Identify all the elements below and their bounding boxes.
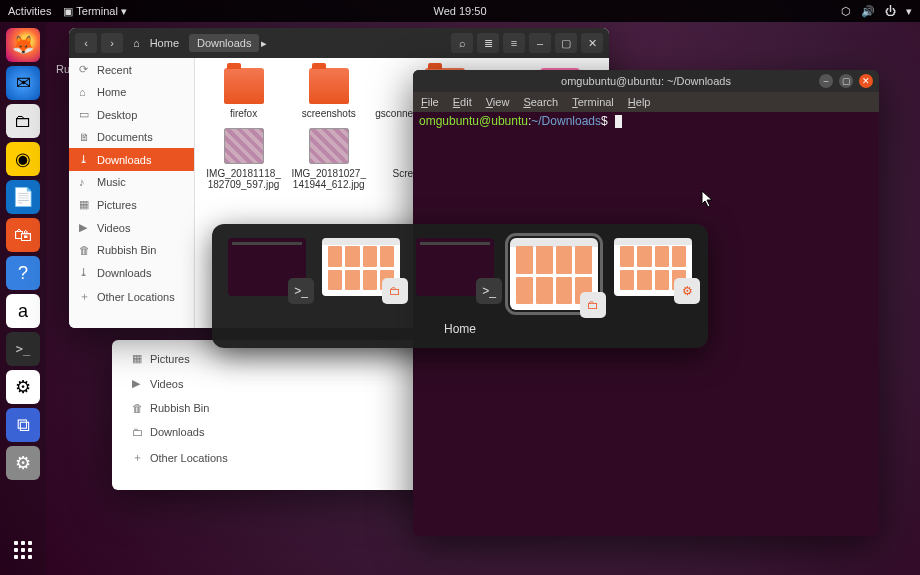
sidebar-item-recent[interactable]: ⟳Recent bbox=[69, 58, 194, 81]
sidebar-item-icon: ⟳ bbox=[79, 63, 91, 76]
sidebar-item-other-locations[interactable]: ＋Other Locations bbox=[69, 284, 194, 309]
sidebar-item-label: Other Locations bbox=[97, 291, 175, 303]
chevron-right-icon: › bbox=[110, 37, 114, 49]
terminal-minimize-button[interactable]: – bbox=[819, 74, 833, 88]
sidebar-item-desktop[interactable]: ▭Desktop bbox=[69, 103, 194, 126]
terminal-menu-file[interactable]: File bbox=[421, 96, 439, 108]
sidebar-item-home[interactable]: ⌂Home bbox=[69, 81, 194, 103]
sidebar-item-pictures[interactable]: ▦Pictures bbox=[69, 193, 194, 216]
dock-item-settings[interactable]: ⚙ bbox=[6, 446, 40, 480]
sidebar-item-icon: ⤓ bbox=[79, 153, 91, 166]
search-button[interactable]: ⌕ bbox=[451, 33, 473, 53]
terminal-icon: ▣ bbox=[63, 5, 73, 17]
hamburger-button[interactable]: ≡ bbox=[503, 33, 525, 53]
dock-item-amazon[interactable]: a bbox=[6, 294, 40, 328]
sidebar-item-label: Music bbox=[97, 176, 126, 188]
settings-icon: ⚙ bbox=[674, 278, 700, 304]
sidebar-item-music[interactable]: ♪Music bbox=[69, 171, 194, 193]
list-view-button[interactable]: ≣ bbox=[477, 33, 499, 53]
folder-icon: 🗀 bbox=[382, 278, 408, 304]
dock-item-software[interactable]: 🛍 bbox=[6, 218, 40, 252]
file-item[interactable]: screenshots bbox=[290, 68, 367, 120]
sidebar-item-icon: ＋ bbox=[79, 289, 91, 304]
switcher-item[interactable]: ⚙ bbox=[614, 238, 692, 296]
sidebar-item-icon: ♪ bbox=[79, 176, 91, 188]
file-thumbnail-icon bbox=[309, 128, 349, 164]
path-segment-current[interactable]: Downloads bbox=[189, 34, 259, 52]
prompt-path: ~/Downloads bbox=[531, 114, 601, 128]
dock-item-files[interactable]: 🗀 bbox=[6, 104, 40, 138]
terminal-menu-terminal[interactable]: Terminal bbox=[572, 96, 614, 108]
close-icon: ✕ bbox=[588, 37, 597, 50]
nav-forward-button[interactable]: › bbox=[101, 33, 123, 53]
menu-icon: ≡ bbox=[511, 37, 517, 49]
sidebar-item-label: Desktop bbox=[97, 109, 137, 121]
volume-icon[interactable]: 🔊 bbox=[861, 5, 875, 18]
chevron-left-icon: ‹ bbox=[84, 37, 88, 49]
terminal-close-button[interactable]: ✕ bbox=[859, 74, 873, 88]
dock-item-terminal[interactable]: >_ bbox=[6, 332, 40, 366]
switcher-item[interactable]: 🗀 bbox=[322, 238, 400, 296]
clock[interactable]: Wed 19:50 bbox=[433, 5, 486, 17]
sidebar-item-label: Videos bbox=[150, 378, 183, 390]
terminal-menu-view[interactable]: View bbox=[486, 96, 510, 108]
power-icon[interactable]: ⏻ bbox=[885, 5, 896, 17]
path-dropdown-icon[interactable]: ▸ bbox=[261, 37, 267, 50]
sidebar-item-downloads[interactable]: ⤓Downloads bbox=[69, 261, 194, 284]
dock-item-rhythmbox[interactable]: ◉ bbox=[6, 142, 40, 176]
sidebar-item-label: Videos bbox=[97, 222, 130, 234]
file-item[interactable]: firefox bbox=[205, 68, 282, 120]
file-item[interactable]: IMG_​20181118_​182709_​597.jpg bbox=[205, 128, 282, 191]
top-bar: Activities ▣ Terminal ▾ Wed 19:50 ⬡ 🔊 ⏻ … bbox=[0, 0, 920, 22]
sidebar-item-downloads[interactable]: ⤓Downloads bbox=[69, 148, 194, 171]
show-applications-button[interactable] bbox=[14, 541, 32, 569]
nav-back-button[interactable]: ‹ bbox=[75, 33, 97, 53]
switcher-item[interactable]: >_ bbox=[228, 238, 306, 296]
switcher-item[interactable]: >_ bbox=[416, 238, 494, 296]
dock-item-firefox[interactable]: 🦊 bbox=[6, 28, 40, 62]
file-name: IMG_​20181027_​141944_​612.jpg bbox=[290, 168, 367, 191]
sidebar-item-videos[interactable]: ▶Videos bbox=[69, 216, 194, 239]
switcher-thumbnail: >_ bbox=[416, 238, 494, 296]
minimize-icon: – bbox=[537, 37, 543, 49]
terminal-menu-search[interactable]: Search bbox=[523, 96, 558, 108]
close-button[interactable]: ✕ bbox=[581, 33, 603, 53]
activities-button[interactable]: Activities bbox=[8, 5, 51, 17]
sidebar-item-icon: ▭ bbox=[79, 108, 91, 121]
dock: 🦊 ✉ 🗀 ◉ 📄 🛍 ? a >_ ⚙ ⧉ ⚙ bbox=[0, 22, 46, 575]
file-name: IMG_​20181118_​182709_​597.jpg bbox=[205, 168, 282, 191]
sidebar-item-label: Downloads bbox=[97, 267, 151, 279]
maximize-button[interactable]: ▢ bbox=[555, 33, 577, 53]
switcher-thumbnail: >_ bbox=[228, 238, 306, 296]
dock-item-thunderbird[interactable]: ✉ bbox=[6, 66, 40, 100]
file-item[interactable]: IMG_​20181027_​141944_​612.jpg bbox=[290, 128, 367, 191]
system-menu-dropdown-icon[interactable]: ▾ bbox=[906, 5, 912, 18]
terminal-body[interactable]: omgubuntu@ubuntu:~/Downloads$ bbox=[413, 112, 879, 130]
terminal-menu-help[interactable]: Help bbox=[628, 96, 651, 108]
minimize-button[interactable]: – bbox=[529, 33, 551, 53]
switcher-selected-label: Home bbox=[228, 322, 692, 336]
terminal-menu-edit[interactable]: Edit bbox=[453, 96, 472, 108]
sidebar-item-documents[interactable]: 🗎Documents bbox=[69, 126, 194, 148]
network-icon[interactable]: ⬡ bbox=[841, 5, 851, 18]
dock-item-help[interactable]: ? bbox=[6, 256, 40, 290]
sidebar-item-label: Pictures bbox=[150, 353, 190, 365]
prompt-user: omgubuntu@ubuntu bbox=[419, 114, 528, 128]
sidebar-item-label: Downloads bbox=[150, 426, 204, 438]
terminal-maximize-button[interactable]: ▢ bbox=[839, 74, 853, 88]
app-menu-indicator[interactable]: ▣ Terminal ▾ bbox=[63, 5, 127, 18]
switcher-item[interactable]: 🗀 bbox=[510, 238, 598, 310]
switcher-thumbnail: ⚙ bbox=[614, 238, 692, 296]
sidebar-item-icon: ▦ bbox=[132, 352, 144, 365]
dock-item-tweaks[interactable]: ⚙ bbox=[6, 370, 40, 404]
dock-item-screenshot[interactable]: ⧉ bbox=[6, 408, 40, 442]
sidebar-item-icon: 🗑 bbox=[79, 244, 91, 256]
dock-item-writer[interactable]: 📄 bbox=[6, 180, 40, 214]
path-segment-home[interactable]: Home bbox=[142, 34, 187, 52]
maximize-icon: ▢ bbox=[561, 37, 571, 50]
sidebar-item-label: Other Locations bbox=[150, 452, 228, 464]
sidebar-item-icon: ⌂ bbox=[79, 86, 91, 98]
sidebar-item-rubbish-bin[interactable]: 🗑Rubbish Bin bbox=[69, 239, 194, 261]
terminal-menubar: FileEditViewSearchTerminalHelp bbox=[413, 92, 879, 112]
sidebar-item-icon: ⤓ bbox=[79, 266, 91, 279]
